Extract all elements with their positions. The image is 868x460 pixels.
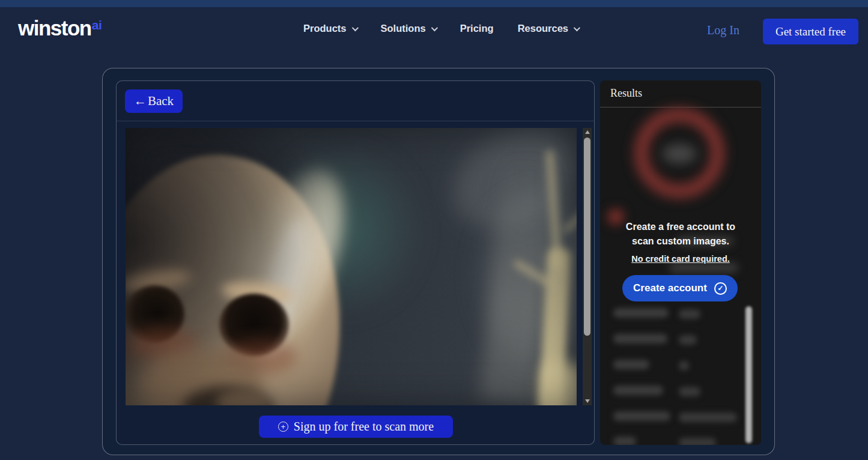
winston-ai-logo[interactable]: winstonai: [18, 16, 102, 40]
blurred-row-value: [679, 309, 700, 319]
back-label: Back: [148, 94, 174, 109]
blurred-row-label: [613, 437, 636, 445]
nav-label-pricing: Pricing: [460, 23, 494, 34]
blurred-row-label: [613, 360, 649, 369]
scroll-down-arrow-icon[interactable]: [583, 397, 592, 405]
nav-label-solutions: Solutions: [381, 23, 426, 34]
nav-label-products: Products: [303, 23, 347, 34]
create-account-button[interactable]: Create account ✓: [622, 275, 738, 301]
nav-label-resources: Resources: [518, 23, 568, 34]
logo-text-ai: ai: [92, 18, 102, 32]
overlay-line1: Create a free account to: [600, 220, 761, 234]
main-nav: Products Solutions Pricing Resources: [303, 23, 578, 34]
results-divider: [600, 107, 761, 107]
results-title: Results: [610, 87, 642, 100]
signup-scan-more-button[interactable]: + Sign up for free to scan more: [259, 416, 453, 438]
back-arrow-icon: ←: [134, 94, 147, 109]
no-credit-card-link[interactable]: No credit card required.: [631, 254, 730, 264]
blurred-row-value: [679, 438, 716, 445]
chevron-down-icon: [574, 24, 580, 31]
blurred-row-value: [679, 413, 737, 422]
signup-label: Sign up for free to scan more: [294, 420, 434, 434]
blurred-row-label: [613, 411, 670, 421]
blurred-score-value: [662, 144, 697, 163]
nav-item-resources[interactable]: Resources: [518, 23, 578, 34]
scrollbar-thumb[interactable]: [584, 138, 590, 336]
scan-panel: ←Back + Sign up for free to: [116, 80, 595, 445]
photo-vignette: [126, 128, 577, 405]
create-account-label: Create account: [633, 282, 707, 294]
blurred-row-value: [679, 335, 697, 345]
top-accent-strip: [0, 0, 868, 7]
back-button[interactable]: ←Back: [125, 89, 183, 113]
plus-circle-icon: +: [278, 422, 288, 432]
chevron-down-icon: [351, 24, 358, 31]
scroll-up-arrow-icon[interactable]: [583, 128, 592, 136]
get-started-button[interactable]: Get started free: [763, 19, 858, 44]
chevron-down-icon: [431, 24, 437, 31]
nav-item-pricing[interactable]: Pricing: [460, 23, 494, 34]
logo-text-winston: winston: [18, 16, 91, 40]
blurred-row-value: [679, 387, 700, 396]
create-account-overlay: Create a free account to scan custom ima…: [600, 220, 761, 264]
nav-item-products[interactable]: Products: [303, 23, 357, 34]
scanned-alien-image: [126, 128, 577, 405]
blurred-row-value: [679, 361, 689, 371]
blurred-row-label: [613, 334, 667, 343]
overlay-line2: scan custom images.: [600, 234, 761, 249]
results-scrollbar[interactable]: [745, 306, 752, 443]
blurred-row-label: [613, 308, 669, 318]
check-circle-icon: ✓: [714, 282, 727, 295]
nav-item-solutions[interactable]: Solutions: [381, 23, 436, 34]
login-link[interactable]: Log In: [707, 23, 739, 37]
blurred-text: [669, 263, 738, 273]
results-panel: Results Create a free account to scan cu…: [600, 80, 761, 445]
panel-divider: [117, 121, 594, 121]
image-scrollbar[interactable]: [583, 128, 592, 405]
blurred-row-label: [613, 386, 663, 395]
